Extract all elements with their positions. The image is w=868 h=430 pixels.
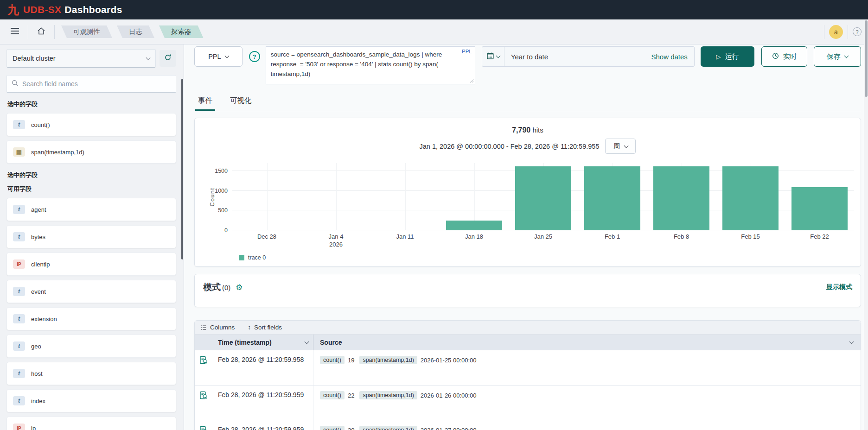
table-row: Feb 28, 2026 @ 11:20:59.959 count()20spa…: [195, 420, 861, 430]
text-field-icon: t: [13, 396, 25, 405]
field-name: bytes: [31, 234, 45, 240]
chevron-down-icon: [224, 54, 229, 58]
patterns-title: 模式: [203, 281, 221, 293]
hits-count: 7,790: [512, 126, 530, 134]
inspect-button[interactable]: [195, 350, 212, 385]
app-header: 九 UDB-SXDashboards: [0, 0, 868, 19]
query-help-icon[interactable]: ?: [249, 51, 260, 62]
help-icon[interactable]: ?: [853, 27, 862, 36]
text-field-icon: t: [13, 369, 25, 378]
source-field-badge: span(timestamp,1d): [359, 356, 417, 364]
query-textarea[interactable]: source = opensearch_dashboards_sample_da…: [266, 46, 475, 84]
show-dates-link[interactable]: Show dates: [651, 53, 694, 61]
breadcrumb-item[interactable]: 日志: [117, 25, 154, 38]
field-item[interactable]: t count(): [6, 113, 176, 136]
home-button[interactable]: [33, 24, 50, 40]
query-editor: source = opensearch_dashboards_sample_da…: [266, 46, 475, 86]
field-item[interactable]: IP clientip: [6, 253, 176, 276]
interval-select[interactable]: 周: [605, 139, 636, 154]
sidebar-scrollbar[interactable]: [181, 79, 183, 259]
field-item[interactable]: t agent: [6, 198, 176, 221]
histogram-bar: [791, 187, 848, 230]
header-options-chevron-icon[interactable]: [849, 340, 854, 344]
bar-slot: [578, 163, 647, 230]
query-language-dropdown[interactable]: PPL: [194, 46, 243, 67]
query-editor-lang-badge: PPL: [462, 49, 472, 54]
tab-events[interactable]: 事件: [195, 92, 215, 111]
divider: [824, 25, 824, 39]
field-search-input[interactable]: [22, 80, 171, 88]
tab-visualizations[interactable]: 可视化: [227, 92, 255, 111]
legend-swatch: [239, 255, 244, 260]
breadcrumb-item[interactable]: 探索器: [159, 25, 204, 38]
columns-button[interactable]: Columns: [200, 324, 235, 331]
x-tick-label: Feb 15: [716, 233, 785, 249]
field-name: geo: [31, 343, 41, 350]
queried-fields-header: 选中的字段: [7, 171, 175, 179]
source-column-label: Source: [320, 339, 342, 346]
field-item[interactable]: t host: [6, 362, 176, 385]
chevron-down-icon: [624, 143, 629, 148]
gear-icon[interactable]: ⚙: [236, 283, 243, 292]
legend-label: trace 0: [248, 254, 266, 261]
breadcrumb-item[interactable]: 可观测性: [61, 25, 112, 38]
refresh-button[interactable]: [160, 50, 176, 67]
hamburger-icon: [10, 27, 19, 37]
source-field-badge: span(timestamp,1d): [359, 426, 417, 430]
save-button-label: 保存: [827, 52, 841, 61]
cluster-select[interactable]: Default cluster: [6, 49, 156, 68]
chevron-down-icon: [844, 54, 849, 58]
patterns-panel: 模式 (0) ⚙ 显示模式: [194, 274, 861, 307]
source-field-value: 2026-01-27 00:00:00: [421, 426, 477, 430]
source-field-badge: count(): [320, 356, 345, 364]
show-patterns-link[interactable]: 显示模式: [826, 283, 852, 291]
field-item[interactable]: t geo: [6, 335, 176, 358]
run-button[interactable]: ▷ 运行: [701, 46, 754, 67]
field-item[interactable]: t event: [6, 280, 176, 303]
field-item[interactable]: t extension: [6, 307, 176, 330]
page-scrollbar-thumb[interactable]: [865, 20, 868, 97]
histogram-bar: [653, 166, 709, 230]
source-field-value: 19: [348, 356, 354, 364]
sort-chevron-icon[interactable]: [305, 340, 309, 344]
bar-slot: [647, 163, 716, 230]
bar-slot: [440, 163, 509, 230]
resize-handle-icon[interactable]: [470, 76, 474, 85]
y-tick-label: 1500: [215, 168, 228, 174]
divider: [848, 25, 848, 39]
field-name: event: [31, 288, 46, 295]
results-table-panel: Columns ↕ Sort fields Time (timestamp) S…: [194, 320, 861, 430]
ip-field-icon: IP: [13, 259, 25, 269]
live-button[interactable]: 实时: [761, 46, 807, 67]
menu-button[interactable]: [6, 24, 23, 40]
x-tick-label: Jan 25: [509, 233, 578, 249]
query-bar: PPL ? source = opensearch_dashboards_sam…: [194, 46, 861, 86]
histogram-bar: [584, 166, 640, 230]
user-avatar[interactable]: a: [829, 25, 843, 39]
inspect-button[interactable]: [195, 420, 212, 430]
field-item[interactable]: IP ip: [6, 417, 176, 430]
histogram-bar: [722, 166, 779, 230]
source-field-badge: count(): [320, 391, 345, 399]
calendar-field-icon: ▦: [13, 147, 25, 157]
field-item[interactable]: t index: [6, 389, 176, 412]
legend-item-trace0[interactable]: trace 0: [239, 254, 861, 261]
x-tick-label: Jan 18: [440, 233, 509, 249]
table-header-source[interactable]: Source: [313, 339, 861, 346]
play-icon: ▷: [716, 53, 721, 60]
inspect-document-icon: [199, 355, 208, 385]
date-picker-calendar-button[interactable]: [482, 47, 504, 66]
inspect-button[interactable]: [195, 386, 212, 420]
table-header-time[interactable]: Time (timestamp): [212, 335, 313, 350]
save-button[interactable]: 保存: [814, 46, 861, 67]
page-scrollbar[interactable]: [864, 19, 868, 430]
text-field-icon: t: [13, 120, 25, 129]
sort-fields-button[interactable]: ↕ Sort fields: [248, 324, 282, 331]
date-quick-label[interactable]: Year to date: [504, 53, 651, 61]
time-column-label: Time (timestamp): [218, 339, 272, 346]
field-item[interactable]: t bytes: [6, 225, 176, 248]
bar-slot: [232, 163, 301, 230]
y-axis: Count 050010001500: [207, 163, 232, 230]
x-tick-label: Jan 42026: [301, 233, 370, 249]
field-item[interactable]: ▦ span(timestamp,1d): [6, 140, 176, 164]
